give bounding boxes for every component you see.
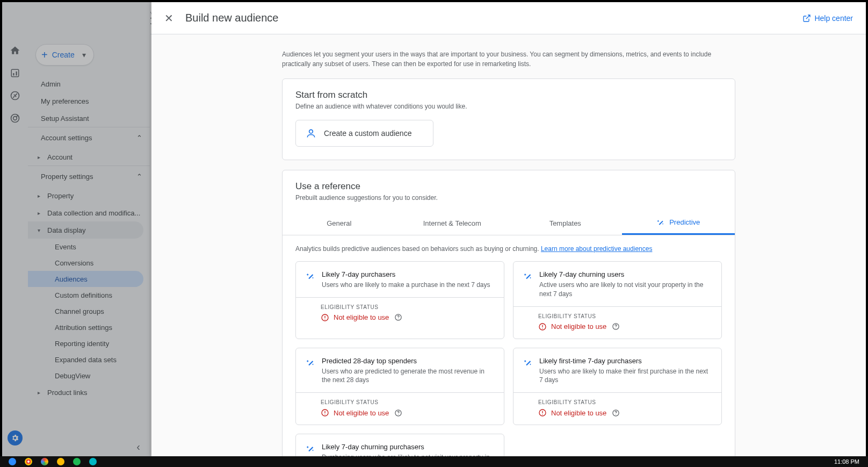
card-description: Users who are likely to make their first… xyxy=(539,367,712,385)
eligibility-label: ELIGIBILITY STATUS xyxy=(538,313,712,319)
taskbar-app-icon[interactable] xyxy=(4,457,20,466)
magic-wand-icon xyxy=(306,271,315,281)
taskbar-app-icon[interactable] xyxy=(20,457,37,466)
svg-point-16 xyxy=(616,328,616,328)
error-icon xyxy=(321,313,329,322)
svg-point-19 xyxy=(324,414,325,415)
eligibility-status: Not eligible to use xyxy=(334,409,389,417)
magic-wand-icon xyxy=(523,358,533,368)
panel-title: Build new audience xyxy=(185,12,278,24)
system-clock[interactable]: 11:08 PM xyxy=(834,458,864,465)
eligibility-label: ELIGIBILITY STATUS xyxy=(321,304,494,310)
magic-wand-icon xyxy=(523,271,533,281)
predictive-card[interactable]: Likely 7-day purchasersUsers who are lik… xyxy=(295,261,504,339)
error-icon xyxy=(538,322,547,331)
tab-internet-telecom[interactable]: Internet & Telecom xyxy=(396,211,509,235)
panel-body[interactable]: Audiences let you segment your users in … xyxy=(151,34,866,456)
intro-text: Audiences let you segment your users in … xyxy=(282,49,735,69)
help-icon[interactable] xyxy=(394,313,402,321)
eligibility-status: Not eligible to use xyxy=(334,313,389,321)
predictive-description: Analytics builds predictive audiences ba… xyxy=(295,245,722,253)
svg-point-24 xyxy=(542,414,542,415)
eligibility-status: Not eligible to use xyxy=(551,322,606,331)
close-icon[interactable]: ✕ xyxy=(164,12,173,25)
svg-point-21 xyxy=(398,414,399,415)
start-from-scratch-card: Start from scratch Define an audience wi… xyxy=(282,78,735,160)
person-icon xyxy=(306,128,316,139)
card-title: Likely 7-day churning users xyxy=(539,270,712,278)
magic-wand-icon xyxy=(306,358,315,368)
taskbar-app-icon[interactable] xyxy=(69,457,85,466)
build-audience-panel: ✕ Build new audience Help center Audienc… xyxy=(151,2,866,456)
open-in-new-icon xyxy=(802,14,811,23)
predictive-card[interactable]: Likely 7-day churning purchasersPurchasi… xyxy=(295,434,504,456)
reference-tabs: General Internet & Telecom Templates Pre… xyxy=(283,211,735,235)
tab-general[interactable]: General xyxy=(283,211,396,235)
svg-point-6 xyxy=(309,130,313,133)
help-center-link[interactable]: Help center xyxy=(802,14,853,23)
magic-wand-icon xyxy=(656,218,665,227)
scratch-subtitle: Define an audience with whatever conditi… xyxy=(295,103,722,110)
svg-point-14 xyxy=(542,328,542,328)
learn-more-link[interactable]: Learn more about predictive audiences xyxy=(541,245,652,253)
eligibility-label: ELIGIBILITY STATUS xyxy=(321,399,494,405)
predictive-card[interactable]: Predicted 28-day top spendersUsers who a… xyxy=(295,348,504,426)
svg-point-11 xyxy=(398,319,399,319)
panel-header: ✕ Build new audience Help center xyxy=(151,2,866,34)
predictive-card[interactable]: Likely 7-day churning usersActive users … xyxy=(513,261,722,339)
reference-title: Use a reference xyxy=(295,181,722,192)
tab-predictive[interactable]: Predictive xyxy=(622,211,735,235)
error-icon xyxy=(321,408,329,417)
card-title: Predicted 28-day top spenders xyxy=(322,357,494,365)
os-taskbar: 11:08 PM xyxy=(0,456,868,467)
taskbar-app-icon[interactable] xyxy=(85,457,101,466)
help-icon[interactable] xyxy=(394,409,402,417)
tab-templates[interactable]: Templates xyxy=(509,211,622,235)
taskbar-app-icon[interactable] xyxy=(53,457,69,466)
card-title: Likely first-time 7-day purchasers xyxy=(539,357,712,365)
error-icon xyxy=(538,408,547,417)
use-reference-card: Use a reference Prebuilt audience sugges… xyxy=(282,170,735,456)
card-description: Users who are likely to make a purchase … xyxy=(322,281,490,290)
card-description: Active users who are likely to not visit… xyxy=(539,281,712,299)
svg-point-26 xyxy=(616,414,616,415)
scratch-title: Start from scratch xyxy=(295,90,722,100)
help-icon[interactable] xyxy=(612,409,620,417)
reference-subtitle: Prebuilt audience suggestions for you to… xyxy=(295,194,722,202)
create-custom-audience-button[interactable]: Create a custom audience xyxy=(295,120,433,147)
card-title: Likely 7-day churning purchasers xyxy=(322,443,494,451)
card-description: Users who are predicted to generate the … xyxy=(322,367,494,385)
magic-wand-icon xyxy=(306,444,315,454)
help-icon[interactable] xyxy=(612,322,620,331)
svg-point-9 xyxy=(324,319,325,319)
taskbar-app-icon[interactable] xyxy=(37,457,53,466)
eligibility-status: Not eligible to use xyxy=(551,409,606,417)
card-title: Likely 7-day purchasers xyxy=(322,270,490,278)
predictive-card[interactable]: Likely first-time 7-day purchasersUsers … xyxy=(513,348,722,426)
modal-scrim[interactable] xyxy=(2,2,151,456)
eligibility-label: ELIGIBILITY STATUS xyxy=(538,399,712,405)
